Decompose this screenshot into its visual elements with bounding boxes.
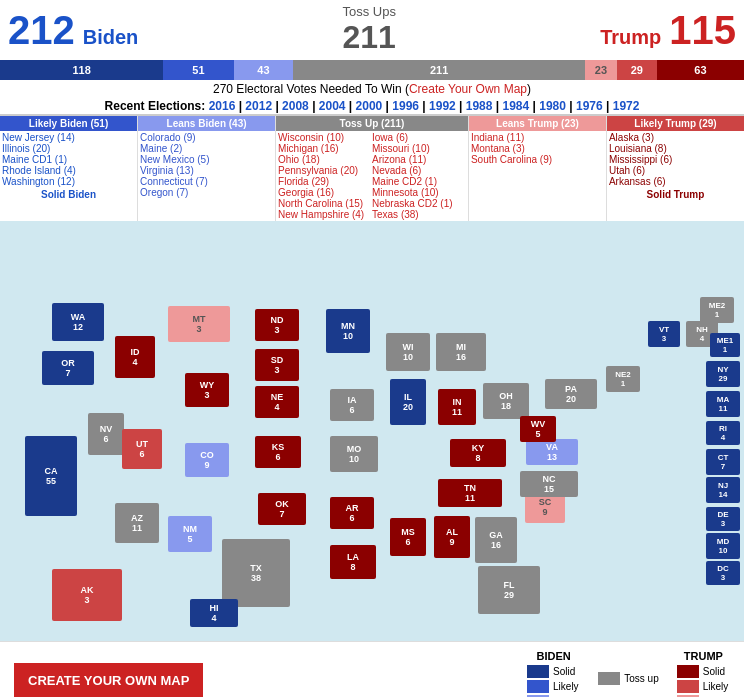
state-id[interactable]: ID4 [115,336,155,378]
state-al[interactable]: AL9 [434,516,470,558]
cat-item[interactable]: Florida (29) [278,176,372,187]
state-ar[interactable]: AR6 [330,497,374,529]
state-ok[interactable]: OK7 [258,493,306,525]
state-wv[interactable]: WV5 [520,416,556,442]
state-co[interactable]: CO9 [185,443,229,477]
state-mn[interactable]: MN10 [326,309,370,353]
state-tx[interactable]: TX38 [222,539,290,607]
state-wi[interactable]: WI10 [386,333,430,371]
state-mo[interactable]: MO10 [330,436,378,472]
state-nv[interactable]: NV6 [88,413,124,455]
cat-item[interactable]: Connecticut (7) [140,176,273,187]
state-me2[interactable]: ME21 [700,297,734,323]
election-1984[interactable]: 1984 [503,99,530,113]
cat-item[interactable]: Texas (38) [372,209,466,220]
state-wy[interactable]: WY3 [185,373,229,407]
cat-item[interactable]: Utah (6) [609,165,742,176]
cat-item[interactable]: New Jersey (14) [2,132,135,143]
cat-item[interactable]: Arizona (11) [372,154,466,165]
state-sd[interactable]: SD3 [255,349,299,381]
cat-item[interactable]: Mississippi (6) [609,154,742,165]
state-ky[interactable]: KY8 [450,439,506,467]
state-de[interactable]: DE3 [706,507,740,531]
election-2012[interactable]: 2012 [245,99,272,113]
cat-item[interactable]: Rhode Island (4) [2,165,135,176]
cat-item[interactable]: Missouri (10) [372,143,466,154]
cat-item[interactable]: Minnesota (10) [372,187,466,198]
state-pa[interactable]: PA20 [545,379,597,409]
cat-item[interactable]: Nebraska CD2 (1) [372,198,466,209]
cat-item[interactable]: South Carolina (9) [471,154,604,165]
state-oh[interactable]: OH18 [483,383,529,419]
state-ut[interactable]: UT6 [122,429,162,469]
state-fl[interactable]: FL29 [478,566,540,614]
state-ri[interactable]: RI4 [706,421,740,445]
cat-item[interactable]: Virginia (13) [140,165,273,176]
cat-item[interactable]: Arkansas (6) [609,176,742,187]
state-nc[interactable]: NC15 [520,471,578,497]
state-ne[interactable]: NE4 [255,386,299,418]
election-2008[interactable]: 2008 [282,99,309,113]
cat-item[interactable]: Indiana (11) [471,132,604,143]
cat-item[interactable]: Nevada (6) [372,165,466,176]
state-tn[interactable]: TN11 [438,479,502,507]
state-ks[interactable]: KS6 [255,436,301,468]
state-ms[interactable]: MS6 [390,518,426,556]
cat-item[interactable]: North Carolina (15) [278,198,372,209]
election-2000[interactable]: 2000 [356,99,383,113]
state-vt[interactable]: VT3 [648,321,680,347]
cat-item[interactable]: Alaska (3) [609,132,742,143]
election-2004[interactable]: 2004 [319,99,346,113]
state-ia[interactable]: IA6 [330,389,374,421]
state-ma[interactable]: MA11 [706,391,740,417]
cat-item[interactable]: Maine CD1 (1) [2,154,135,165]
cat-item[interactable]: Colorado (9) [140,132,273,143]
state-ne2[interactable]: NE21 [606,366,640,392]
state-dc[interactable]: DC3 [706,561,740,585]
cat-item[interactable]: Georgia (16) [278,187,372,198]
election-1996[interactable]: 1996 [392,99,419,113]
cat-item[interactable]: Maine (2) [140,143,273,154]
election-2016[interactable]: 2016 [209,99,236,113]
cat-item[interactable]: Pennsylvania (20) [278,165,372,176]
state-nm[interactable]: NM5 [168,516,212,552]
cat-item[interactable]: Montana (3) [471,143,604,154]
cat-item[interactable]: Oregon (7) [140,187,273,198]
state-mi[interactable]: MI16 [436,333,486,371]
state-ct[interactable]: CT7 [706,449,740,475]
state-la[interactable]: LA8 [330,545,376,579]
cat-item[interactable]: Illinois (20) [2,143,135,154]
state-mt[interactable]: MT3 [168,306,230,342]
state-wa[interactable]: WA12 [52,303,104,341]
state-il[interactable]: IL20 [390,379,426,425]
state-nd[interactable]: ND3 [255,309,299,341]
state-in[interactable]: IN11 [438,389,476,425]
state-az[interactable]: AZ11 [115,503,159,543]
cat-item[interactable]: Maine CD2 (1) [372,176,466,187]
election-1976[interactable]: 1976 [576,99,603,113]
state-hi[interactable]: HI4 [190,599,238,627]
cat-item[interactable]: Washington (12) [2,176,135,187]
cat-item[interactable]: Wisconsin (10) [278,132,372,143]
election-1988[interactable]: 1988 [466,99,493,113]
state-or[interactable]: OR7 [42,351,94,385]
state-md[interactable]: MD10 [706,533,740,559]
election-1992[interactable]: 1992 [429,99,456,113]
state-nj[interactable]: NJ14 [706,477,740,503]
create-own-map-link[interactable]: Create Your Own Map [409,82,527,96]
cat-item[interactable]: New Hampshire (4) [278,209,372,220]
state-me1[interactable]: ME11 [710,333,740,357]
election-1972[interactable]: 1972 [613,99,640,113]
state-ca[interactable]: CA55 [25,436,77,516]
cat-item[interactable]: New Mexico (5) [140,154,273,165]
state-ny[interactable]: NY29 [706,361,740,387]
state-ga[interactable]: GA16 [475,517,517,563]
cat-item[interactable]: Iowa (6) [372,132,466,143]
cat-item[interactable]: Michigan (16) [278,143,372,154]
state-ak[interactable]: AK3 [52,569,122,621]
state-va[interactable]: VA13 [526,439,578,465]
cat-item[interactable]: Louisiana (8) [609,143,742,154]
election-1980[interactable]: 1980 [539,99,566,113]
cat-item[interactable]: Ohio (18) [278,154,372,165]
create-own-map-button[interactable]: CREATE YOUR OWN MAP [14,663,203,698]
